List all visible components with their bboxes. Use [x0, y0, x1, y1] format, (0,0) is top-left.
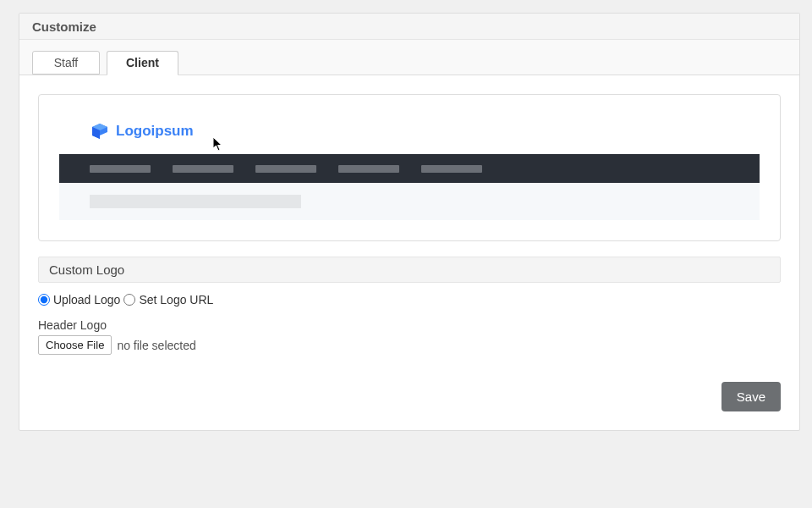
preview-logo: Logoipsum — [89, 120, 194, 142]
radio-set-logo-url[interactable]: Set Logo URL — [123, 293, 213, 306]
radio-upload-logo-label: Upload Logo — [53, 293, 120, 306]
tab-staff[interactable]: Staff — [32, 51, 100, 75]
theme-preview: Logoipsum — [38, 94, 781, 241]
sub-placeholder — [90, 195, 301, 208]
file-status-text: no file selected — [117, 339, 195, 352]
panel-body: Logoipsum Custom Logo Uplo — [19, 75, 799, 430]
customize-panel: Customize Staff Client L — [19, 13, 800, 431]
radio-upload-logo[interactable]: Upload Logo — [38, 293, 120, 306]
file-input-row: Choose File no file selected — [38, 335, 781, 355]
radio-set-logo-url-input[interactable] — [123, 294, 135, 306]
nav-placeholder — [421, 165, 482, 173]
header-logo-label: Header Logo — [38, 318, 781, 332]
nav-placeholder — [173, 165, 233, 173]
radio-set-logo-url-label: Set Logo URL — [139, 293, 213, 306]
preview-subheader — [59, 183, 760, 220]
save-button[interactable]: Save — [721, 382, 781, 411]
nav-placeholder — [90, 165, 151, 173]
preview-navbar — [59, 154, 760, 183]
preview-logo-row: Logoipsum — [59, 115, 760, 154]
preview-logo-text: Logoipsum — [116, 123, 194, 140]
nav-placeholder — [255, 165, 316, 173]
footer-actions: Save — [38, 382, 781, 411]
panel-title: Customize — [19, 14, 799, 40]
tabs-bar: Staff Client — [19, 40, 799, 75]
logo-source-radio-group: Upload Logo Set Logo URL — [38, 291, 781, 313]
nav-placeholder — [338, 165, 399, 173]
logo-icon — [89, 120, 111, 142]
section-custom-logo-header: Custom Logo — [38, 257, 781, 283]
choose-file-button[interactable]: Choose File — [38, 335, 112, 355]
tab-client[interactable]: Client — [107, 51, 178, 75]
radio-upload-logo-input[interactable] — [38, 294, 50, 306]
